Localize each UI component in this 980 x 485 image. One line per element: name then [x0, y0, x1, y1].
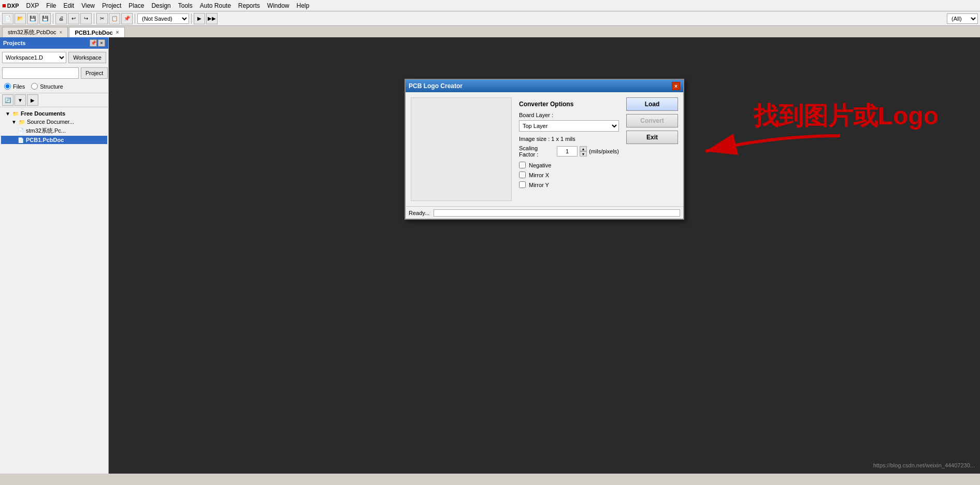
tab-stm32-close[interactable]: ×: [60, 30, 63, 35]
tree-refresh-btn[interactable]: 🔄: [2, 94, 13, 106]
exit-button[interactable]: Exit: [626, 131, 678, 144]
mirror-y-row: Mirror Y: [519, 181, 619, 188]
scaling-spinners: ▲ ▼: [580, 146, 587, 156]
tree-label-1: Source Documer...: [27, 119, 74, 125]
convert-button[interactable]: Convert: [626, 114, 678, 127]
tree-label-2: stm32系统.Pc...: [26, 127, 66, 135]
scaling-input[interactable]: [557, 146, 578, 156]
menu-bar: ■ DXP DXP File Edit View Project Place D…: [0, 0, 980, 11]
negative-label: Negative: [529, 162, 551, 168]
project-search-input[interactable]: [2, 67, 79, 79]
radio-structure-label[interactable]: Structure: [31, 83, 63, 90]
tree-toolbar: 🔄 ▼ ▶: [0, 93, 108, 107]
tab-stm32[interactable]: stm32系统.PcbDoc ×: [2, 27, 68, 37]
dialog-progress-bar: [434, 209, 680, 217]
undo-btn[interactable]: ↩: [68, 13, 79, 24]
radio-structure[interactable]: [31, 83, 38, 90]
tree-item-pcb1[interactable]: 📄 PCB1.PcbDoc: [1, 136, 107, 144]
scaling-row: Scaling Factor : ▲ ▼ (mils/pixels): [519, 145, 619, 158]
menu-edit[interactable]: Edit: [61, 1, 78, 10]
load-button[interactable]: Load: [626, 97, 678, 111]
tab-pcb1[interactable]: PCB1.PcbDoc ×: [69, 27, 124, 37]
menu-autoroute[interactable]: Auto Route: [197, 1, 234, 10]
tree-label-3: PCB1.PcbDoc: [26, 137, 64, 143]
tree-more-btn[interactable]: ▶: [27, 94, 38, 106]
dialog-preview-area: [411, 97, 512, 201]
layer-dropdown[interactable]: (All): [947, 13, 978, 24]
tree-container[interactable]: ▼ 📁 Free Documents ▼ 📁 Source Documer...…: [0, 107, 108, 474]
compile-btn[interactable]: ▶: [194, 13, 205, 24]
sep3: [135, 13, 135, 24]
dialog-buttons: Load Convert Exit: [626, 97, 678, 201]
tree-item-stm32[interactable]: 📄 stm32系统.Pc...: [1, 126, 107, 136]
dialog-title: PCB Logo Creator: [409, 82, 463, 90]
mirror-x-label: Mirror X: [529, 172, 549, 178]
tabs-row: stm32系统.PcbDoc × PCB1.PcbDoc ×: [0, 26, 980, 37]
scaling-unit: (mils/pixels): [589, 148, 619, 154]
save-all-btn[interactable]: 💾: [39, 13, 51, 24]
left-panel: Projects 📌 × Workspace1.D Workspace Proj…: [0, 37, 109, 474]
app-title: DXP: [7, 3, 19, 9]
menu-place[interactable]: Place: [125, 1, 147, 10]
dialog-section-title: Converter Options: [519, 101, 619, 108]
file-icon-2: 📄: [18, 128, 24, 134]
image-size-info: Image size : 1 x 1 mils: [519, 136, 619, 142]
menu-view[interactable]: View: [78, 1, 98, 10]
tab-pcb1-close[interactable]: ×: [116, 30, 119, 35]
dialog-statusbar: Ready...: [406, 206, 683, 219]
mirror-y-checkbox[interactable]: [519, 181, 526, 188]
project-button[interactable]: Project: [81, 67, 108, 79]
panel-close-btn[interactable]: ×: [98, 39, 105, 47]
tree-item-source[interactable]: ▼ 📁 Source Documer...: [1, 118, 107, 126]
menu-reports[interactable]: Reports: [235, 1, 263, 10]
board-layer-label: Board Layer :: [519, 112, 619, 118]
main-layout: Projects 📌 × Workspace1.D Workspace Proj…: [0, 37, 980, 474]
dialog-status-text: Ready...: [409, 210, 429, 216]
negative-row: Negative: [519, 162, 619, 168]
paste-btn[interactable]: 📌: [121, 13, 133, 24]
copy-btn[interactable]: 📋: [109, 13, 120, 24]
radio-files-text: Files: [13, 83, 25, 90]
dialog-overlay: PCB Logo Creator × Converter Options B: [109, 37, 980, 474]
save-status-dropdown[interactable]: (Not Saved): [137, 13, 189, 24]
tree-expand-icon-1: ▼: [11, 119, 17, 125]
project-row: Project: [0, 66, 108, 80]
menu-help[interactable]: Help: [294, 1, 313, 10]
scaling-down-btn[interactable]: ▼: [580, 151, 587, 156]
panel-title: Projects: [3, 40, 25, 46]
radio-files[interactable]: [4, 83, 11, 90]
menu-tools[interactable]: Tools: [175, 1, 196, 10]
workspace-dropdown[interactable]: Workspace1.D: [2, 52, 66, 63]
toolbar-main: 📄 📂 💾 💾 🖨 ↩ ↪ ✂ 📋 📌 (Not Saved) ▶ ▶▶ (Al…: [0, 11, 980, 26]
board-layer-select[interactable]: Top Layer Bottom Layer Mechanical 1: [519, 120, 619, 132]
cut-btn[interactable]: ✂: [96, 13, 108, 24]
pcb-canvas[interactable]: 找到图片或Logo https://blog.csdn.net/weixin_4…: [109, 37, 980, 474]
mirror-x-row: Mirror X: [519, 172, 619, 178]
menu-design[interactable]: Design: [148, 1, 174, 10]
print-btn[interactable]: 🖨: [55, 13, 67, 24]
mirror-x-checkbox[interactable]: [519, 172, 526, 178]
radio-structure-text: Structure: [40, 83, 63, 90]
negative-checkbox[interactable]: [519, 162, 526, 168]
sep1: [53, 13, 53, 24]
panel-header: Projects 📌 ×: [0, 37, 108, 49]
panel-pin-btn[interactable]: 📌: [90, 39, 97, 47]
radio-files-label[interactable]: Files: [4, 83, 25, 90]
menu-file[interactable]: File: [43, 1, 59, 10]
sep4: [191, 13, 192, 24]
dialog-close-button[interactable]: ×: [672, 82, 680, 90]
menu-dxp[interactable]: DXP: [23, 1, 42, 10]
tree-expand-btn[interactable]: ▼: [15, 94, 26, 106]
open-btn[interactable]: 📂: [15, 13, 26, 24]
menu-project[interactable]: Project: [99, 1, 124, 10]
redo-btn[interactable]: ↪: [80, 13, 92, 24]
file-icon-3: 📄: [18, 137, 24, 143]
scaling-up-btn[interactable]: ▲: [580, 146, 587, 151]
run-btn[interactable]: ▶▶: [206, 13, 218, 24]
tree-item-free-docs[interactable]: ▼ 📁 Free Documents: [1, 109, 107, 118]
new-btn[interactable]: 📄: [2, 13, 13, 24]
save-btn[interactable]: 💾: [27, 13, 38, 24]
folder-icon-0: 📁: [12, 111, 19, 117]
menu-window[interactable]: Window: [264, 1, 293, 10]
workspace-button[interactable]: Workspace: [68, 52, 106, 63]
